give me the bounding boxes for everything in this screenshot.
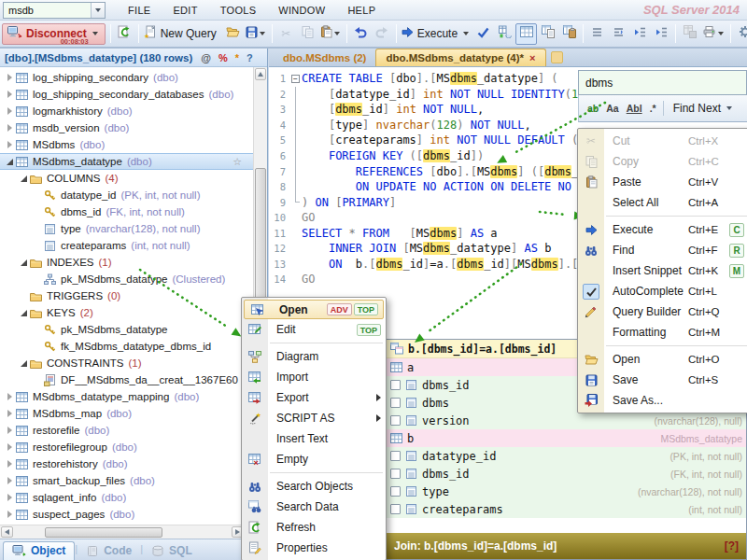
collapse-arrow-icon[interactable] <box>18 308 30 317</box>
expand-arrow-icon[interactable] <box>4 123 16 133</box>
menu-item-search-data[interactable]: Search Data <box>242 497 386 517</box>
checkbox[interactable] <box>390 451 401 461</box>
tree-item-msdbms[interactable]: MSdbms(dbo) <box>0 136 253 153</box>
menu-help[interactable]: HELP <box>336 2 387 19</box>
editor-tab-inactive[interactable]: dbo.MSdbms (2) <box>274 49 375 66</box>
tree-item-logmarkhistory[interactable]: logmarkhistory(dbo) <box>0 103 253 119</box>
save-button[interactable] <box>244 23 269 45</box>
database-selector[interactable]: msdb <box>3 2 106 19</box>
tab-code[interactable]: Code <box>78 542 140 560</box>
chevron-down-icon[interactable] <box>91 3 105 18</box>
results-text-button[interactable] <box>537 23 558 45</box>
join-row-type[interactable]: type(nvarchar(128), not null) <box>387 483 746 500</box>
join-row-b[interactable]: bMSdbms_datatype <box>387 429 746 447</box>
expand-arrow-icon[interactable] <box>4 90 16 99</box>
tree-item-dbms-id[interactable]: dbms_id(FK, int, not null) <box>0 203 253 220</box>
regex-toggle-icon[interactable]: .* <box>646 101 660 116</box>
menu-file[interactable]: FILE <box>117 2 162 19</box>
help-link[interactable]: [?] <box>725 539 739 553</box>
tree-item-fk-msdbms-datatype-dbms-id[interactable]: fk_MSdbms_datatype_dbms_id <box>0 338 253 355</box>
tab-sql[interactable]: SQL <box>143 542 201 560</box>
outdent-button[interactable] <box>629 23 651 45</box>
settings-button[interactable] <box>734 23 747 45</box>
expand-arrow-icon[interactable] <box>4 392 16 401</box>
header-symbol-[interactable]: * <box>235 52 239 63</box>
expand-arrow-icon[interactable] <box>4 73 16 82</box>
expand-arrow-icon[interactable] <box>4 510 16 519</box>
refresh-button[interactable] <box>114 23 135 45</box>
checkbox[interactable] <box>390 486 401 497</box>
line-numbers-button[interactable] <box>586 23 608 45</box>
menu-edit[interactable]: EDIT <box>162 2 208 19</box>
tree-item-triggers[interactable]: TRIGGERS(0) <box>0 287 253 304</box>
menu-item-execute[interactable]: ExecuteCtrl+EC <box>578 219 747 240</box>
menu-item-insert-snippet[interactable]: Insert SnippetCtrl+KM <box>578 260 747 281</box>
menu-item-import[interactable]: Import <box>242 367 386 387</box>
checkbox[interactable] <box>390 380 401 390</box>
fold-collapse-icon[interactable]: − <box>291 75 300 83</box>
menu-item-open[interactable]: OpenCtrl+O <box>578 349 747 370</box>
results-grid-button[interactable] <box>515 23 537 45</box>
collapse-arrow-icon[interactable] <box>18 174 30 183</box>
expand-arrow-icon[interactable] <box>4 459 16 469</box>
menu-item-insert-text[interactable]: Insert Text <box>242 428 386 449</box>
tree-item-keys[interactable]: KEYS(2) <box>0 304 253 321</box>
menu-item-find[interactable]: FindCtrl+FR <box>578 240 747 260</box>
close-icon[interactable]: × <box>529 52 535 63</box>
tree-item-log-shipping-secondary-databases[interactable]: log_shipping_secondary_databases(dbo) <box>0 86 253 103</box>
tree-item-df-msdbms-da-creat-1367e60[interactable]: DF__MSdbms_da__creat__1367E60 <box>0 371 253 388</box>
menu-item-save-as[interactable]: Save As... <box>578 390 747 411</box>
tab-strip-button[interactable] <box>551 51 563 63</box>
join-row-createparams[interactable]: createparams(int, not null) <box>387 500 746 518</box>
menu-item-autocomplete[interactable]: AutoCompleteCtrl+L <box>578 281 747 301</box>
expand-arrow-icon[interactable] <box>4 493 16 502</box>
object-tree[interactable]: log_shipping_secondary(dbo)log_shipping_… <box>0 67 253 525</box>
new-query-button[interactable]: ★ New Query <box>142 23 222 45</box>
match-case-toggle-icon[interactable]: Aa <box>602 101 622 116</box>
checkbox[interactable] <box>390 504 401 514</box>
tree-item-indexes[interactable]: INDEXES(1) <box>0 254 253 271</box>
menu-item-refresh[interactable]: Refresh <box>242 517 386 538</box>
tree-item-columns[interactable]: COLUMNS(4) <box>0 170 253 187</box>
menu-item-edit[interactable]: EditTOP <box>242 319 386 340</box>
expand-arrow-icon[interactable] <box>4 476 16 485</box>
join-row-dbms-id[interactable]: dbms_id(FK, int, not null) <box>387 465 746 483</box>
tree-item-restorehistory[interactable]: restorehistory(dbo) <box>0 455 253 472</box>
add-object-button[interactable] <box>494 23 515 45</box>
join-row-datatype-id[interactable]: datatype_id(PK, int, not null) <box>387 447 746 465</box>
checkbox[interactable] <box>390 398 401 408</box>
print-button[interactable] <box>700 23 727 45</box>
menu-item-search-objects[interactable]: Search Objects <box>242 476 386 497</box>
menu-item-save[interactable]: SaveCtrl+S <box>578 370 747 390</box>
menu-window[interactable]: WINDOW <box>267 2 336 19</box>
validate-button[interactable] <box>472 23 494 45</box>
tree-item-restorefile[interactable]: restorefile(dbo) <box>0 422 253 439</box>
expand-arrow-icon[interactable] <box>4 426 16 435</box>
scrollbar-thumb[interactable] <box>255 168 266 308</box>
tree-item-smart-backup-files[interactable]: smart_backup_files(dbo) <box>0 472 253 489</box>
collapse-arrow-icon[interactable] <box>18 358 30 368</box>
header-symbol-[interactable]: % <box>218 52 228 63</box>
tree-item-log-shipping-secondary[interactable]: log_shipping_secondary(dbo) <box>0 69 253 86</box>
expand-arrow-icon[interactable] <box>4 409 16 418</box>
expand-arrow-icon[interactable] <box>4 140 16 149</box>
checkbox[interactable] <box>390 415 401 426</box>
search-input[interactable]: dbms <box>578 70 747 95</box>
tree-item-pk-msdbms-datatype[interactable]: pk_MSdbms_datatype(Clustered) <box>0 271 253 287</box>
tree-item-datatype-id[interactable]: datatype_id(PK, int, not null) <box>0 187 253 203</box>
scroll-left-button[interactable] <box>1 526 13 538</box>
execute-button[interactable]: Execute <box>400 23 472 45</box>
menu-item-query-builder[interactable]: Query BuilderCtrl+Q <box>578 301 747 322</box>
open-file-button[interactable] <box>222 23 244 45</box>
menu-item-empty[interactable]: ×Empty <box>242 449 386 469</box>
menu-item-open[interactable]: OpenADVTOP <box>244 300 384 319</box>
tree-item-createparams[interactable]: createparams(int, not null) <box>0 237 253 254</box>
paste-button[interactable] <box>318 23 344 45</box>
indent-button[interactable] <box>651 23 672 45</box>
tree-item-pk-msdbms-datatype[interactable]: pk_MSdbms_datatype <box>0 321 253 338</box>
menu-item-select-all[interactable]: Select AllCtrl+A <box>578 192 747 213</box>
scrollbar-thumb[interactable] <box>45 527 162 538</box>
menu-item-properties[interactable]: Properties <box>242 538 386 558</box>
collapse-arrow-icon[interactable] <box>4 157 16 166</box>
collapse-arrow-icon[interactable] <box>18 258 30 267</box>
